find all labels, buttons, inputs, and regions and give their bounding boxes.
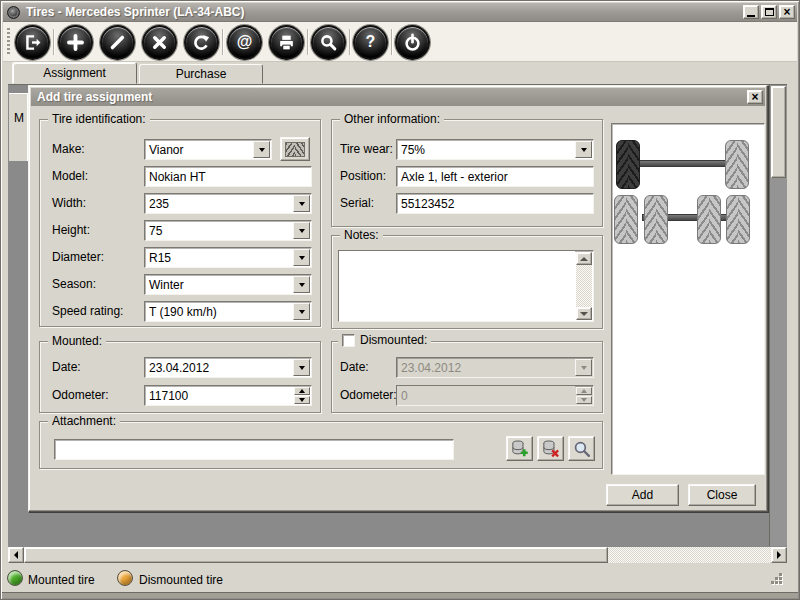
model-label: Model: — [52, 169, 88, 183]
database-remove-icon — [541, 439, 560, 458]
dropdown-button[interactable] — [575, 141, 592, 158]
height-value: 75 — [145, 221, 292, 240]
resize-grip[interactable] — [768, 570, 784, 586]
close-dialog-button[interactable]: Close — [688, 484, 756, 506]
close-icon: × — [783, 6, 790, 18]
dismounted-group: Dismounted: Date: 23.04.2012 Odometer: — [331, 341, 603, 413]
minimize-button[interactable] — [743, 5, 759, 19]
mounted-odometer-input[interactable] — [145, 386, 293, 405]
height-combobox[interactable]: 75 — [144, 220, 312, 241]
tire-axle2-left-interior[interactable] — [644, 195, 668, 244]
toolbar-separator — [349, 29, 351, 55]
tire-catalog-button[interactable] — [280, 137, 310, 161]
add-tire-assignment-dialog: Add tire assignment × Tire identificatio… — [28, 85, 768, 512]
other-information-group: Other information: Tire wear: 75% Positi… — [331, 119, 603, 227]
window-bottom-edge — [1, 592, 799, 599]
vertical-scrollbar-thumb[interactable] — [771, 86, 786, 178]
notes-scroll-up-button[interactable] — [576, 252, 592, 265]
notes-scroll-down-button[interactable] — [576, 307, 592, 320]
toolbar-exit-button[interactable] — [15, 25, 50, 60]
notes-scrollbar-track[interactable] — [576, 265, 592, 307]
notes-textarea[interactable] — [339, 251, 575, 321]
dropdown-button[interactable] — [293, 222, 310, 239]
dismounted-odometer-stepper — [396, 385, 594, 406]
horizontal-scrollbar-thumb[interactable] — [24, 547, 608, 563]
toolbar-add-button[interactable] — [58, 25, 93, 60]
dismounted-odometer-label: Odometer: — [340, 388, 397, 402]
scroll-right-button[interactable] — [771, 547, 787, 563]
power-icon — [403, 33, 422, 52]
horizontal-scrollbar[interactable] — [8, 547, 787, 563]
status-legend-bar: Mounted tire Dismounted tire — [3, 564, 797, 592]
close-button[interactable]: × — [779, 5, 795, 19]
add-button[interactable]: Add — [606, 484, 679, 506]
toolbar-email-button[interactable]: @ — [227, 25, 262, 60]
dropdown-button[interactable] — [293, 195, 310, 212]
question-mark-icon: ? — [366, 34, 376, 50]
attachment-add-button[interactable] — [506, 436, 533, 461]
scroll-left-button[interactable] — [8, 547, 24, 563]
mounted-date-picker[interactable]: 23.04.2012 — [144, 357, 312, 378]
attachment-remove-button[interactable] — [537, 436, 564, 461]
dismounted-odometer-input — [397, 386, 575, 405]
notes-group: Notes: — [331, 235, 603, 329]
tire-axle2-left-exterior[interactable] — [614, 195, 638, 244]
mounted-odometer-stepper[interactable] — [144, 385, 312, 406]
toolbar-delete-button[interactable] — [142, 25, 177, 60]
attachment-input[interactable] — [54, 439, 454, 460]
tire-axle1-left[interactable] — [616, 140, 640, 189]
chevron-down-icon — [299, 310, 305, 314]
toolbar-print-button[interactable] — [269, 25, 304, 60]
make-combobox[interactable]: Vianor — [144, 139, 272, 160]
toolbar-grip[interactable] — [7, 28, 10, 56]
dropdown-button[interactable] — [293, 249, 310, 266]
maximize-button[interactable] — [761, 5, 777, 19]
dropdown-button[interactable] — [293, 276, 310, 293]
toolbar-separator — [307, 29, 309, 55]
position-label: Position: — [340, 169, 386, 183]
spin-up-button[interactable] — [294, 387, 310, 395]
tire-axle1-right[interactable] — [725, 140, 749, 189]
minimize-icon — [747, 15, 755, 17]
width-label: Width: — [52, 196, 86, 210]
serial-input[interactable] — [396, 193, 594, 214]
dismounted-tire-dot — [117, 570, 133, 586]
width-combobox[interactable]: 235 — [144, 193, 312, 214]
toolbar-search-button[interactable] — [311, 25, 346, 60]
toolbar-power-button[interactable] — [395, 25, 430, 60]
width-value: 235 — [145, 194, 292, 213]
toolbar-edit-button[interactable] — [100, 25, 135, 60]
tire-axle2-right-exterior[interactable] — [726, 195, 750, 244]
triangle-right-icon — [777, 551, 781, 559]
dismounted-checkbox[interactable] — [342, 334, 355, 347]
tab-purchase[interactable]: Purchase — [139, 64, 263, 84]
tire-app-icon — [7, 6, 20, 19]
magnifier-icon — [572, 439, 591, 458]
vertical-scrollbar[interactable] — [769, 85, 787, 546]
refresh-icon — [192, 33, 211, 52]
tire-identification-legend: Tire identification: — [48, 112, 150, 126]
spin-down-button — [576, 396, 592, 404]
tire-wear-combobox[interactable]: 75% — [396, 139, 594, 160]
dropdown-button[interactable] — [293, 359, 310, 376]
toolbar-help-button[interactable]: ? — [353, 25, 388, 60]
dialog-close-button[interactable]: × — [747, 90, 763, 104]
tab-assignment[interactable]: Assignment — [12, 62, 137, 84]
toolbar-refresh-button[interactable] — [184, 25, 219, 60]
height-label: Height: — [52, 223, 90, 237]
speed-rating-combobox[interactable]: T (190 km/h) — [144, 301, 312, 322]
notes-legend: Notes: — [340, 228, 383, 242]
season-combobox[interactable]: Winter — [144, 274, 312, 295]
dropdown-button[interactable] — [253, 141, 270, 158]
attachment-group: Attachment: — [39, 421, 603, 469]
toolbar-separator — [391, 29, 393, 55]
diameter-combobox[interactable]: R15 — [144, 247, 312, 268]
notes-scrollbar[interactable] — [576, 252, 592, 320]
attachment-view-button[interactable] — [568, 436, 595, 461]
position-input[interactable] — [396, 166, 594, 187]
spin-down-button[interactable] — [294, 396, 310, 404]
tire-axle2-right-interior[interactable] — [697, 195, 721, 244]
dropdown-button[interactable] — [293, 303, 310, 320]
chevron-down-icon — [581, 148, 587, 152]
model-input[interactable] — [144, 166, 312, 187]
